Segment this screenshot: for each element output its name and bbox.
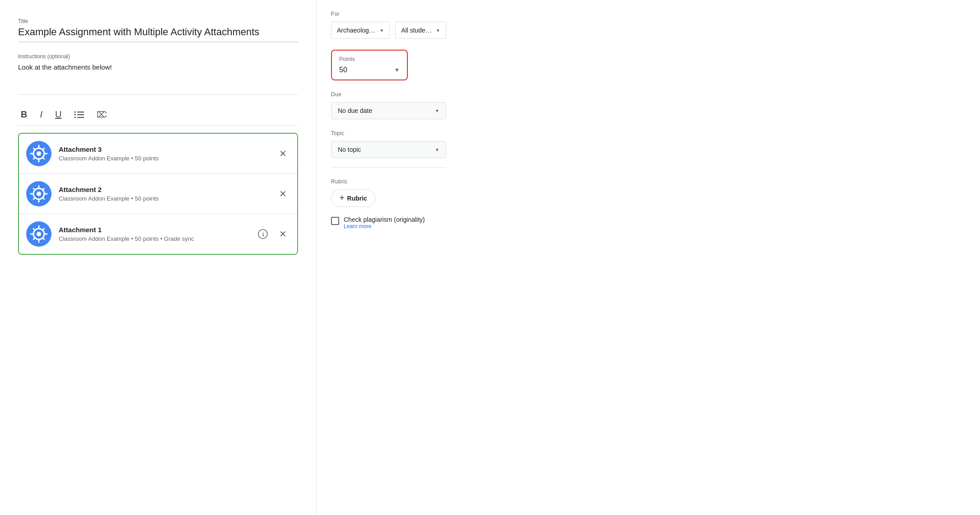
attachment-3-remove-button[interactable]: ✕ (275, 146, 290, 161)
instructions-label: Instructions (optional) (18, 53, 298, 60)
for-section: For Archaeology ... ▼ All students ▼ (331, 11, 446, 39)
instructions-field[interactable]: Instructions (optional) Look at the atta… (18, 50, 298, 95)
title-value: Example Assignment with Multiple Activit… (18, 26, 298, 38)
rubric-plus-icon: + (340, 193, 345, 203)
attachment-item: Attachment 2 Classroom Addon Example • 5… (19, 174, 297, 214)
attachment-3-name: Attachment 3 (59, 145, 268, 153)
attachments-container: Attachment 3 Classroom Addon Example • 5… (18, 133, 298, 255)
title-field[interactable]: Title Example Assignment with Multiple A… (18, 14, 298, 42)
topic-dropdown-arrow: ▼ (435, 147, 439, 152)
class-dropdown[interactable]: Archaeology ... ▼ (331, 22, 390, 39)
underline-button[interactable]: U (52, 108, 64, 122)
attachment-1-info: Attachment 1 Classroom Addon Example • 5… (59, 226, 248, 242)
attachment-1-remove-button[interactable]: ✕ (275, 227, 290, 241)
due-value: No due date (338, 107, 372, 114)
svg-rect-5 (77, 117, 84, 118)
svg-point-15 (37, 232, 41, 236)
svg-point-12 (37, 192, 41, 196)
due-dropdown-arrow: ▼ (435, 108, 439, 113)
editor-toolbar: B I U ⌦ (18, 104, 298, 126)
svg-rect-3 (77, 112, 84, 112)
svg-rect-0 (74, 112, 76, 112)
attachment-3-icon (26, 141, 51, 166)
points-box: Points 50 ▼ (331, 50, 408, 80)
attachment-3-info: Attachment 3 Classroom Addon Example • 5… (59, 145, 268, 162)
points-dropdown-arrow[interactable]: ▼ (394, 67, 400, 73)
attachment-1-name: Attachment 1 (59, 226, 248, 234)
svg-text:i: i (262, 231, 264, 238)
plagiarism-checkbox[interactable] (331, 217, 339, 225)
svg-rect-4 (77, 114, 84, 115)
students-dropdown-arrow: ▼ (436, 28, 440, 33)
instructions-value: Look at the attachments below! (18, 63, 298, 71)
attachment-1-actions: i ✕ (256, 227, 290, 241)
rubric-btn-label: Rubric (347, 195, 367, 202)
rubric-label: Rubric (331, 178, 446, 185)
points-label: Points (339, 56, 400, 62)
attachment-2-actions: ✕ (275, 187, 290, 201)
plagiarism-section: Check plagiarism (originality) Learn mor… (331, 216, 446, 229)
attachment-2-info: Attachment 2 Classroom Addon Example • 5… (59, 186, 268, 202)
attachment-item: Attachment 3 Classroom Addon Example • 5… (19, 134, 297, 174)
due-dropdown[interactable]: No due date ▼ (331, 102, 446, 119)
svg-text:⌦: ⌦ (97, 110, 107, 119)
main-panel: Title Example Assignment with Multiple A… (0, 0, 316, 515)
svg-rect-2 (74, 117, 76, 118)
attachment-3-meta: Classroom Addon Example • 50 points (59, 155, 268, 162)
bold-button[interactable]: B (18, 108, 30, 122)
rubric-section: Rubric + Rubric (331, 178, 446, 207)
points-value: 50 (339, 66, 347, 74)
attachment-1-meta: Classroom Addon Example • 50 points • Gr… (59, 235, 248, 242)
attachment-2-icon (26, 181, 51, 206)
students-value: All students (401, 27, 432, 34)
due-section: Due No due date ▼ (331, 91, 446, 119)
attachment-1-info-button[interactable]: i (256, 227, 270, 241)
clear-format-icon: ⌦ (97, 110, 107, 119)
topic-section: Topic No topic ▼ (331, 130, 446, 168)
for-label: For (331, 11, 446, 17)
topic-label: Topic (331, 130, 446, 136)
class-value: Archaeology ... (337, 27, 376, 34)
plagiarism-learn-more[interactable]: Learn more (344, 223, 425, 229)
attachment-2-meta: Classroom Addon Example • 50 points (59, 195, 268, 202)
info-icon: i (258, 229, 268, 239)
attachment-2-name: Attachment 2 (59, 186, 268, 193)
right-panel: For Archaeology ... ▼ All students ▼ Poi… (316, 0, 461, 515)
italic-button[interactable]: I (37, 108, 45, 122)
attachment-1-icon (26, 221, 51, 247)
attachment-2-remove-button[interactable]: ✕ (275, 187, 290, 201)
class-dropdown-arrow: ▼ (379, 28, 384, 33)
points-section: Points 50 ▼ (331, 50, 446, 80)
list-icon (74, 111, 84, 119)
svg-rect-1 (74, 114, 76, 115)
clear-format-button[interactable]: ⌦ (94, 108, 109, 121)
due-label: Due (331, 91, 446, 98)
topic-value: No topic (338, 146, 361, 153)
list-button[interactable] (71, 109, 87, 121)
topic-dropdown[interactable]: No topic ▼ (331, 141, 446, 158)
students-dropdown[interactable]: All students ▼ (395, 22, 446, 39)
for-dropdowns: Archaeology ... ▼ All students ▼ (331, 22, 446, 39)
attachment-3-actions: ✕ (275, 146, 290, 161)
title-label: Title (18, 18, 298, 24)
svg-point-9 (37, 151, 41, 156)
attachment-item: Attachment 1 Classroom Addon Example • 5… (19, 214, 297, 254)
add-rubric-button[interactable]: + Rubric (331, 189, 376, 207)
plagiarism-label: Check plagiarism (originality) (344, 216, 425, 223)
